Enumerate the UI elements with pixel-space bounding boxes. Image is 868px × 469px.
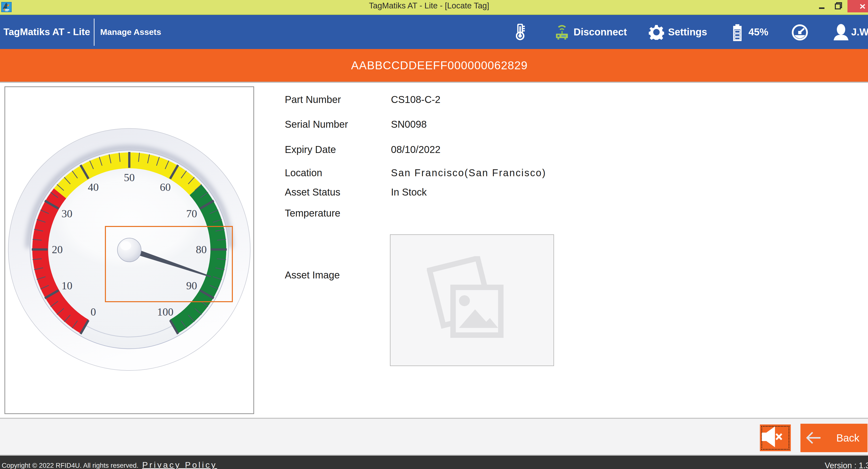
svg-text:20: 20 — [52, 244, 63, 256]
svg-text:60: 60 — [160, 181, 171, 193]
svg-text:0: 0 — [91, 306, 96, 318]
svg-text:10: 10 — [62, 280, 72, 292]
svg-text:30: 30 — [62, 208, 72, 220]
svg-text:40: 40 — [88, 181, 99, 193]
svg-text:50: 50 — [124, 171, 135, 184]
svg-text:70: 70 — [186, 208, 197, 220]
svg-text:100: 100 — [157, 306, 174, 318]
